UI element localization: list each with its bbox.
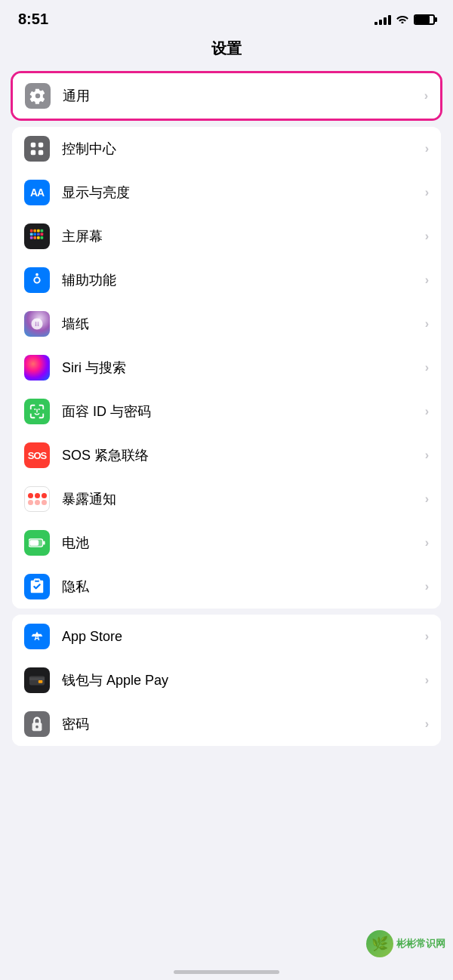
settings-section-1: 控制中心 › AA 显示与亮度 › [12,127,441,609]
exposure-label: 暴露通知 [62,490,425,508]
wallet-label: 钱包与 Apple Pay [62,671,425,689]
settings-item-battery[interactable]: 电池 › [12,521,441,565]
status-time: 8:51 [18,11,48,28]
settings-section-2: A App Store › 钱包与 Apple Pay › 密码 › [12,615,441,746]
settings-item-app-store[interactable]: A App Store › [12,615,441,658]
watermark: 🌿 彬彬常识网 [366,930,445,957]
accessibility-icon [24,267,50,293]
settings-item-exposure[interactable]: 暴露通知 › [12,477,441,521]
svg-rect-20 [43,541,45,544]
status-icons [374,13,435,26]
svg-point-16 [35,273,39,276]
watermark-text: 彬彬常识网 [396,937,445,951]
general-icon [25,83,51,109]
settings-item-wallet[interactable]: 钱包与 Apple Pay › [12,658,441,702]
svg-text:A: A [34,633,40,642]
status-bar: 8:51 [0,0,453,34]
svg-rect-19 [29,540,39,546]
settings-item-control-center[interactable]: 控制中心 › [12,127,441,171]
svg-rect-15 [41,236,44,239]
home-screen-label: 主屏幕 [62,227,425,245]
svg-rect-14 [37,236,40,239]
settings-item-wallpaper[interactable]: 墙纸 › [12,302,441,346]
settings-item-accessibility[interactable]: 辅助功能 › [12,258,441,302]
signal-icon [374,14,391,25]
svg-rect-6 [37,230,40,233]
wallpaper-label: 墙纸 [62,315,425,333]
display-label: 显示与亮度 [62,183,425,202]
app-store-icon: A [24,624,50,649]
general-chevron: › [424,89,428,103]
svg-point-28 [35,726,39,729]
wallet-icon [24,667,50,693]
password-label: 密码 [62,715,425,733]
svg-rect-9 [33,233,36,236]
home-screen-icon [24,223,50,249]
privacy-label: 隐私 [62,578,425,596]
battery-icon [414,14,435,25]
settings-item-siri[interactable]: Siri 与搜索 › [12,346,441,390]
settings-item-home-screen[interactable]: 主屏幕 › [12,214,441,258]
siri-label: Siri 与搜索 [62,359,425,377]
svg-rect-2 [31,150,35,155]
svg-rect-1 [39,143,43,147]
settings-item-display[interactable]: AA 显示与亮度 › [12,171,441,214]
svg-rect-5 [33,230,36,233]
svg-rect-4 [30,230,33,233]
svg-rect-3 [39,150,43,155]
settings-item-password[interactable]: 密码 › [12,702,441,746]
siri-icon [24,355,50,381]
password-icon [24,711,50,737]
battery-settings-icon [24,530,50,556]
control-center-icon [24,136,50,162]
sos-icon: SOS [24,442,50,468]
app-store-label: App Store [62,629,425,645]
sos-label: SOS 紧急联络 [62,446,425,464]
svg-rect-13 [33,236,36,239]
privacy-icon [24,574,50,599]
settings-item-privacy[interactable]: 隐私 › [12,565,441,609]
svg-rect-26 [39,680,43,683]
svg-rect-0 [31,143,35,147]
svg-rect-11 [41,233,44,236]
wifi-icon [396,13,409,26]
exposure-icon [24,486,50,512]
battery-label: 电池 [62,534,425,552]
general-label: 通用 [63,87,424,105]
wallpaper-icon [24,311,50,337]
svg-rect-12 [30,236,33,239]
svg-rect-25 [29,677,45,680]
watermark-logo: 🌿 [366,930,393,957]
page-title: 设置 [0,34,453,71]
faceid-icon [24,399,50,424]
svg-rect-7 [41,230,44,233]
home-indicator [174,970,279,974]
svg-rect-10 [37,233,40,236]
faceid-label: 面容 ID 与密码 [62,402,425,421]
svg-rect-8 [30,233,33,236]
highlighted-general-section: 通用 › [11,71,442,121]
display-icon: AA [24,180,50,205]
accessibility-label: 辅助功能 [62,271,425,289]
settings-item-general[interactable]: 通用 › [13,73,440,119]
settings-item-sos[interactable]: SOS SOS 紧急联络 › [12,433,441,477]
control-center-label: 控制中心 [62,140,425,158]
settings-item-faceid[interactable]: 面容 ID 与密码 › [12,390,441,433]
